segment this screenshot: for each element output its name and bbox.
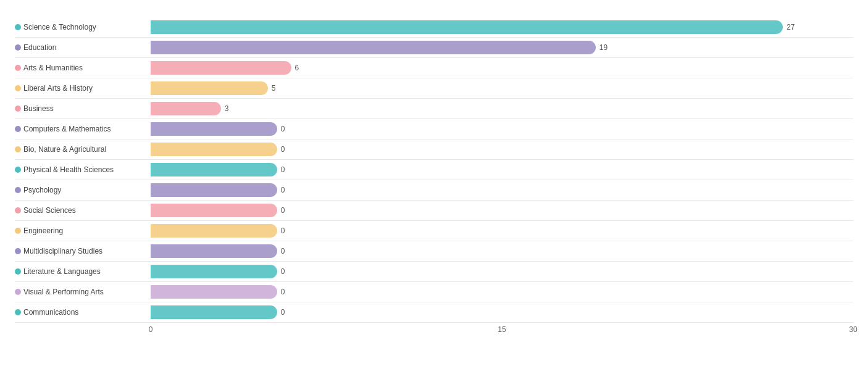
bar-dot-icon xyxy=(15,126,21,132)
bar-label-text: Bio, Nature & Agricultural xyxy=(23,145,106,154)
bar-fill xyxy=(151,285,277,299)
bar-value-label: 27 xyxy=(787,23,795,31)
bar-label: Bio, Nature & Agricultural xyxy=(15,145,151,154)
bar-label: Education xyxy=(15,43,151,52)
bar-value-label: 6 xyxy=(295,64,299,72)
bar-label: Visual & Performing Arts xyxy=(15,288,151,296)
bar-label: Communications xyxy=(15,308,151,317)
bar-fill xyxy=(151,20,783,34)
bar-fill xyxy=(151,122,277,136)
bar-row: Multidisciplinary Studies0 xyxy=(15,241,853,262)
bar-track: 6 xyxy=(151,61,853,75)
bar-value-label: 0 xyxy=(281,145,285,154)
bar-row: Literature & Languages0 xyxy=(15,262,853,282)
bar-row: Visual & Performing Arts0 xyxy=(15,282,853,302)
bar-track: 19 xyxy=(151,41,853,54)
bar-track: 0 xyxy=(151,305,853,319)
bar-row: Business3 xyxy=(15,99,853,119)
bar-fill xyxy=(151,244,277,258)
bar-row: Bio, Nature & Agricultural0 xyxy=(15,139,853,160)
bar-track: 27 xyxy=(151,20,853,34)
bar-row: Liberal Arts & History5 xyxy=(15,78,853,99)
bar-value-label: 0 xyxy=(281,186,285,194)
bar-dot-icon xyxy=(15,44,21,51)
bar-dot-icon xyxy=(15,207,21,214)
bar-fill xyxy=(151,265,277,278)
bar-fill xyxy=(151,163,277,176)
bar-dot-icon xyxy=(15,167,21,173)
bar-fill xyxy=(151,102,221,115)
chart-area: Science & Technology27Education19Arts & … xyxy=(15,17,853,338)
bar-label: Literature & Languages xyxy=(15,267,151,276)
bar-row: Computers & Mathematics0 xyxy=(15,119,853,139)
bar-row: Social Sciences0 xyxy=(15,201,853,221)
bar-fill xyxy=(151,183,277,197)
chart-container: Science & Technology27Education19Arts & … xyxy=(0,0,868,390)
bar-track: 0 xyxy=(151,163,853,176)
bar-label: Physical & Health Sciences xyxy=(15,165,151,174)
bar-label: Computers & Mathematics xyxy=(15,125,151,133)
bar-label-text: Multidisciplinary Studies xyxy=(23,247,102,255)
bar-track: 3 xyxy=(151,102,853,115)
bar-track: 0 xyxy=(151,244,853,258)
bar-label: Liberal Arts & History xyxy=(15,84,151,93)
x-axis-tick: 30 xyxy=(849,325,857,334)
bar-label-text: Education xyxy=(23,43,56,52)
bar-track: 0 xyxy=(151,143,853,156)
bar-value-label: 0 xyxy=(281,125,285,133)
bar-label-text: Engineering xyxy=(23,226,63,235)
bar-value-label: 19 xyxy=(599,43,607,52)
bar-label: Science & Technology xyxy=(15,23,151,31)
bar-fill xyxy=(151,143,277,156)
bar-row: Communications0 xyxy=(15,302,853,323)
bar-dot-icon xyxy=(15,228,21,234)
bar-fill xyxy=(151,61,291,75)
bar-fill xyxy=(151,81,268,95)
bar-value-label: 0 xyxy=(281,226,285,235)
bar-value-label: 0 xyxy=(281,247,285,255)
bar-value-label: 0 xyxy=(281,165,285,174)
bar-dot-icon xyxy=(15,248,21,254)
bar-label-text: Communications xyxy=(23,308,78,317)
bar-label-text: Computers & Mathematics xyxy=(23,125,111,133)
bar-dot-icon xyxy=(15,146,21,152)
bar-value-label: 0 xyxy=(281,267,285,276)
bar-label: Engineering xyxy=(15,226,151,235)
x-axis-tick: 15 xyxy=(498,325,506,334)
bar-dot-icon xyxy=(15,65,21,71)
bar-fill xyxy=(151,204,277,217)
bar-label-text: Arts & Humanities xyxy=(23,64,83,72)
bar-row: Education19 xyxy=(15,38,853,58)
bar-value-label: 3 xyxy=(225,104,229,113)
bars-section: Science & Technology27Education19Arts & … xyxy=(15,17,853,323)
bar-row: Science & Technology27 xyxy=(15,17,853,38)
bar-label-text: Science & Technology xyxy=(23,23,96,31)
bar-track: 0 xyxy=(151,204,853,217)
bar-label-text: Liberal Arts & History xyxy=(23,84,93,93)
bar-dot-icon xyxy=(15,187,21,193)
bar-fill xyxy=(151,305,277,319)
bar-row: Arts & Humanities6 xyxy=(15,58,853,78)
x-axis-tick: 0 xyxy=(149,325,153,334)
bar-label-text: Business xyxy=(23,104,54,113)
bar-dot-icon xyxy=(15,24,21,30)
bar-track: 0 xyxy=(151,122,853,136)
bar-value-label: 0 xyxy=(281,308,285,317)
bar-track: 0 xyxy=(151,285,853,299)
bar-label-text: Physical & Health Sciences xyxy=(23,165,114,174)
bar-row: Engineering0 xyxy=(15,221,853,241)
bar-dot-icon xyxy=(15,309,21,315)
bar-track: 0 xyxy=(151,183,853,197)
bar-fill xyxy=(151,224,277,238)
bar-track: 5 xyxy=(151,81,853,95)
bar-label-text: Literature & Languages xyxy=(23,267,101,276)
bar-dot-icon xyxy=(15,289,21,295)
bar-label: Social Sciences xyxy=(15,206,151,215)
bar-dot-icon xyxy=(15,85,21,91)
bar-dot-icon xyxy=(15,268,21,275)
bar-dot-icon xyxy=(15,106,21,112)
bar-track: 0 xyxy=(151,265,853,278)
bar-value-label: 0 xyxy=(281,288,285,296)
bar-label-text: Social Sciences xyxy=(23,206,76,215)
bar-fill xyxy=(151,41,596,54)
